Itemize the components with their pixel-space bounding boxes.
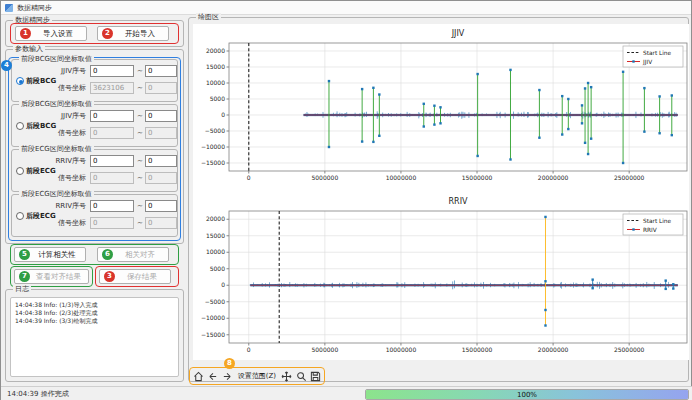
annotation-badge-6: 6: [102, 249, 113, 260]
svg-text:15000000: 15000000: [462, 346, 493, 353]
annotation-badge-4: 4: [1, 60, 12, 71]
annotation-badge-8: 8: [224, 358, 235, 369]
app-icon: [5, 4, 13, 12]
svg-text:−10000: −10000: [201, 314, 225, 321]
svg-text:10000000: 10000000: [386, 174, 417, 181]
section-bcg-back: 后段BCG区间坐标取值 后段BCG JJIV序号 ~ 信号坐标 ~: [11, 104, 178, 147]
annotation-badge-5: 5: [19, 249, 30, 260]
svg-text:RRIV: RRIV: [449, 197, 468, 206]
svg-text:20000: 20000: [206, 215, 225, 222]
svg-text:15000: 15000: [206, 63, 225, 70]
svg-text:5000: 5000: [210, 95, 225, 102]
annotation-badge-3: 3: [104, 271, 115, 282]
save-icon[interactable]: [310, 370, 321, 382]
svg-text:15000000: 15000000: [462, 174, 493, 181]
svg-text:−15000: −15000: [201, 331, 225, 338]
svg-text:−10000: −10000: [201, 143, 225, 150]
svg-text:20000000: 20000000: [538, 174, 569, 181]
svg-text:JJIV: JJIV: [642, 59, 652, 66]
log-line: 14:04:38 Info: (1/3)导入完成: [15, 301, 174, 309]
log-group-label: 日志: [13, 285, 31, 294]
svg-text:20000000: 20000000: [538, 346, 569, 353]
bcg-front-jjiv-end-input[interactable]: [145, 65, 177, 77]
progress-text: 100%: [366, 390, 688, 400]
log-textarea[interactable]: 14:04:38 Info: (1/3)导入完成 14:04:38 Info: …: [10, 297, 179, 377]
svg-text:25000000: 25000000: [614, 346, 645, 353]
svg-text:0: 0: [221, 111, 225, 118]
import-settings-button[interactable]: 1 导入设置: [15, 26, 87, 41]
ecg-front-rriv-end-input[interactable]: [145, 155, 177, 167]
svg-text:Start Line: Start Line: [643, 218, 672, 224]
chart-toolbar: 设置范围(Z): [189, 367, 325, 385]
bcg-back-jjiv-end-input[interactable]: [145, 110, 177, 122]
pan-icon[interactable]: [281, 370, 292, 382]
bcg-back-signal-start-input: [90, 127, 134, 139]
matplotlib-canvas[interactable]: 0500000010000000150000002000000025000000…: [193, 24, 689, 360]
start-import-button[interactable]: 2 开始导入: [97, 26, 169, 41]
section-bcg-front: 前段BCG区间坐标取值 前段BCG JJIV序号 ~ 信号坐标 ~: [11, 59, 178, 102]
plot-area-label: 绘图区: [196, 13, 221, 22]
zoom-icon[interactable]: [295, 370, 306, 382]
ecg-front-rriv-start-input[interactable]: [90, 155, 134, 167]
annotation-badge-7: 7: [19, 271, 30, 282]
svg-text:5000000: 5000000: [311, 346, 338, 353]
section-ecg-back: 后段ECG区间坐标取值 后段ECG RRIV序号 ~ 信号坐标 ~: [11, 194, 178, 237]
bcg-front-jjiv-start-input[interactable]: [90, 65, 134, 77]
svg-text:−5000: −5000: [205, 298, 225, 305]
svg-text:RRIV: RRIV: [643, 227, 657, 233]
svg-text:10000000: 10000000: [386, 346, 417, 353]
svg-text:−5000: −5000: [205, 127, 225, 134]
home-icon[interactable]: [193, 370, 204, 382]
view-align-result-button[interactable]: 7 查看对齐结果: [14, 269, 89, 284]
sync-group-label: 数据精同步: [13, 16, 52, 25]
bcg-front-signal-end-input: [145, 82, 177, 94]
log-line: 14:04:38 Info: (2/3)处理完成: [15, 309, 174, 317]
svg-text:JJIV: JJIV: [451, 29, 465, 38]
svg-text:0: 0: [247, 174, 251, 181]
svg-text:5000000: 5000000: [311, 174, 338, 181]
svg-text:0: 0: [247, 346, 251, 353]
ecg-front-signal-start-input: [90, 172, 134, 184]
calc-correlation-button[interactable]: 5 计算相关性: [14, 247, 86, 262]
bcg-back-jjiv-start-input[interactable]: [90, 110, 134, 122]
annotation-badge-2: 2: [102, 28, 113, 39]
forward-icon[interactable]: [222, 370, 233, 382]
bcg-front-signal-start-input: [90, 82, 134, 94]
ecg-back-signal-start-input: [90, 217, 134, 229]
app-window: 数据精同步 数据精同步 1 导入设置 2 开始导入 参数输入 4 前段BCG区间…: [0, 0, 692, 400]
status-message: 14:04:39 操作完成: [7, 387, 69, 400]
annotation-badge-1: 1: [20, 28, 31, 39]
back-icon[interactable]: [207, 370, 218, 382]
ecg-front-signal-end-input: [145, 172, 177, 184]
titlebar: 数据精同步: [1, 1, 691, 15]
svg-text:15000: 15000: [206, 232, 225, 239]
svg-text:20000: 20000: [206, 47, 225, 54]
log-line: 14:04:39 Info: (3/3)绘制完成: [15, 317, 174, 325]
set-range-button[interactable]: 设置范围(Z): [236, 371, 278, 381]
ecg-back-signal-end-input: [145, 217, 177, 229]
svg-text:10000: 10000: [206, 248, 225, 255]
params-group-label: 参数输入: [13, 45, 45, 54]
main-area: 数据精同步 1 导入设置 2 开始导入 参数输入 4 前段BCG区间坐标取值 前…: [1, 15, 692, 386]
ecg-back-rriv-end-input[interactable]: [145, 200, 177, 212]
correlation-align-button[interactable]: 6 相关对齐: [97, 247, 169, 262]
statusbar: 14:04:39 操作完成 100%: [1, 386, 692, 400]
svg-text:10000: 10000: [206, 79, 225, 86]
svg-text:−15000: −15000: [201, 159, 225, 166]
save-result-button[interactable]: 3 保存结果: [99, 269, 171, 284]
bcg-back-signal-end-input: [145, 127, 177, 139]
section-ecg-front: 前段ECG区间坐标取值 前段ECG RRIV序号 ~ 信号坐标 ~: [11, 149, 178, 192]
window-title: 数据精同步: [17, 3, 52, 13]
progress-bar: 100%: [365, 389, 689, 400]
svg-text:25000000: 25000000: [614, 174, 645, 181]
svg-text:0: 0: [221, 281, 225, 288]
ecg-back-rriv-start-input[interactable]: [90, 200, 134, 212]
svg-text:Start Line: Start Line: [643, 50, 672, 56]
svg-text:5000: 5000: [210, 265, 225, 272]
